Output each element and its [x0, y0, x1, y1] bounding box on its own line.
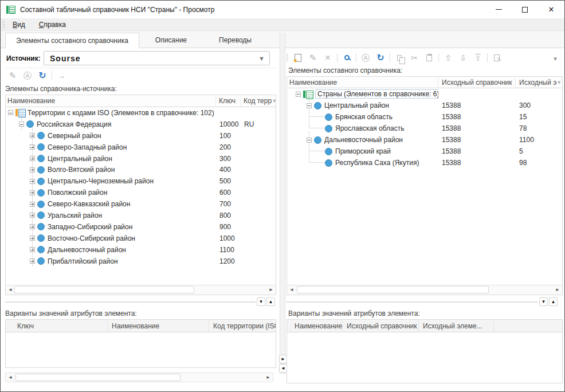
column-header-name[interactable]: Наименование	[287, 77, 438, 88]
auto-translate-icon[interactable]	[358, 52, 373, 64]
expander-icon[interactable]	[30, 202, 35, 207]
move-top-icon[interactable]	[470, 52, 485, 64]
tree-row[interactable]: Северо-Кавказский район 700	[6, 198, 276, 210]
source-combobox[interactable]: Sourse ▼	[44, 51, 270, 65]
tree-row[interactable]: Центрально-Черноземный район 500	[6, 175, 276, 187]
combo-dropdown-icon[interactable]: ▼	[258, 55, 265, 62]
expander-icon[interactable]	[317, 115, 323, 120]
menu-item-help[interactable]: Справка	[33, 19, 72, 30]
refresh-icon[interactable]	[35, 69, 50, 82]
attr-column-source-dictionary[interactable]: Исходный справочник	[343, 320, 419, 332]
scroll-right-icon[interactable]: ►	[553, 285, 562, 294]
tree-row[interactable]: Дальневосточный район 1100	[6, 244, 276, 256]
title-bar[interactable]: Составной табличный справочник НСИ "Стра…	[1, 1, 564, 18]
tree-row[interactable]: Северный район 100	[6, 130, 276, 142]
properties-icon[interactable]	[489, 52, 504, 64]
toolbar-overflow-icon[interactable]	[548, 52, 563, 64]
expand-left-icon[interactable]: ◄	[279, 364, 287, 373]
expander-icon[interactable]	[307, 138, 312, 143]
expand-right-icon[interactable]: ►	[279, 355, 287, 363]
maximize-button[interactable]	[512, 1, 538, 18]
left-horizontal-splitter[interactable]: ▼ ▲	[5, 296, 276, 308]
tree-row[interactable]: Приморский край 15388 5	[287, 146, 562, 157]
collapse-up-icon[interactable]: ▲	[549, 297, 558, 306]
attr-column-key[interactable]: Ключ	[6, 320, 108, 332]
move-to-right-icon[interactable]	[54, 69, 69, 82]
tree-row[interactable]: Брянская область 15388 15	[287, 111, 562, 123]
scroll-left-icon[interactable]: ◄	[6, 373, 15, 382]
column-header-source-dictionary[interactable]: Исходный справочник	[438, 77, 516, 88]
composite-tree-hscrollbar[interactable]: ◄ ►	[287, 285, 562, 295]
expander-icon[interactable]	[30, 190, 35, 195]
expander-icon[interactable]	[30, 224, 35, 229]
tree-row[interactable]: Центральный район 15388 300	[287, 100, 562, 111]
expander-icon[interactable]	[317, 126, 323, 131]
expander-icon[interactable]	[296, 92, 301, 97]
collapse-down-icon[interactable]: ▼	[539, 297, 548, 306]
move-down-icon[interactable]	[456, 52, 470, 64]
column-header-territory-code[interactable]: Код терр▼	[241, 95, 276, 107]
tab-composite-elements[interactable]: Элементы составного справочника	[5, 33, 139, 48]
tree-row[interactable]: Уральский район 800	[6, 210, 276, 221]
attr-column-source-element[interactable]: Исходный элеме...	[419, 320, 494, 332]
expander-icon[interactable]	[30, 144, 35, 150]
scrollbar-thumb[interactable]	[15, 374, 181, 381]
sort-icon[interactable]: ▼	[272, 98, 276, 104]
collapse-up-icon[interactable]: ▲	[266, 297, 275, 306]
tree-row[interactable]: Республика Саха (Якутия) 15388 98	[287, 157, 562, 168]
edit-icon[interactable]	[5, 69, 20, 82]
column-header-source-element[interactable]: Исходный э▼	[516, 77, 562, 88]
sort-icon[interactable]: ▼	[556, 80, 562, 85]
tab-description[interactable]: Описание	[139, 33, 203, 48]
edit-icon[interactable]	[305, 52, 320, 64]
expander-icon[interactable]	[30, 258, 35, 264]
attr-column-territory-code[interactable]: Код территории (ISO)	[209, 320, 276, 332]
scrollbar-thumb[interactable]	[297, 286, 489, 293]
copy-icon[interactable]	[392, 52, 407, 64]
tree-row[interactable]: Ярославская область 15388 78	[287, 123, 562, 134]
tree-row[interactable]: Территории с кодами ISO (Элементов в спр…	[6, 107, 276, 119]
tab-translations[interactable]: Переводы	[203, 33, 268, 48]
scroll-right-icon[interactable]: ►	[266, 285, 276, 294]
minimize-button[interactable]	[485, 1, 512, 18]
cut-icon[interactable]	[407, 52, 422, 64]
delete-icon[interactable]	[320, 52, 335, 64]
expander-icon[interactable]	[307, 103, 312, 108]
expander-icon[interactable]	[19, 121, 24, 127]
tree-row[interactable]: Северо-Западный район 200	[6, 142, 276, 153]
scrollbar-thumb[interactable]	[14, 286, 194, 293]
tree-row[interactable]: Центральный район 300	[6, 153, 276, 164]
add-element-icon[interactable]	[291, 52, 305, 64]
attrs-hscrollbar[interactable]: ◄ ►	[5, 373, 273, 382]
move-up-icon[interactable]	[441, 52, 456, 64]
tree-row[interactable]: Прибалтийский район 1200	[6, 256, 276, 267]
menu-item-view[interactable]: Вид	[7, 19, 31, 30]
vertical-splitter[interactable]	[280, 33, 285, 374]
auto-translate-icon[interactable]	[20, 69, 35, 82]
column-header-name[interactable]: Наименование	[6, 95, 216, 107]
collapse-down-icon[interactable]: ▼	[257, 297, 265, 306]
expander-icon[interactable]	[317, 149, 323, 154]
tree-row[interactable]: Поволжский район 600	[6, 187, 276, 198]
paste-icon[interactable]	[422, 52, 437, 64]
tree-row[interactable]: Российская Федерация 10000 RU	[6, 119, 276, 130]
right-horizontal-splitter[interactable]: ▼ ▲	[287, 296, 559, 308]
expander-icon[interactable]	[30, 156, 35, 161]
source-tree-hscrollbar[interactable]: ◄ ►	[6, 285, 276, 295]
expander-icon[interactable]	[317, 160, 323, 166]
expander-icon[interactable]	[30, 167, 35, 173]
close-button[interactable]: ✕	[538, 1, 564, 18]
tree-row[interactable]: Восточно-Сибирский район 1000	[6, 233, 276, 244]
expander-icon[interactable]	[30, 179, 35, 184]
tree-row[interactable]: Страны (Элементов в справочнике: 6)	[287, 88, 562, 100]
expander-icon[interactable]	[30, 213, 35, 218]
expander-icon[interactable]	[8, 110, 13, 115]
refresh-icon[interactable]	[373, 52, 388, 64]
attr-column-name[interactable]: Наименование	[287, 320, 343, 332]
scroll-left-icon[interactable]: ◄	[287, 285, 296, 294]
tree-row[interactable]: Волго-Вятский район 400	[6, 164, 276, 175]
expander-icon[interactable]	[30, 247, 35, 252]
expander-icon[interactable]	[30, 133, 35, 138]
column-header-key[interactable]: Ключ	[216, 95, 241, 107]
expander-icon[interactable]	[30, 236, 35, 241]
